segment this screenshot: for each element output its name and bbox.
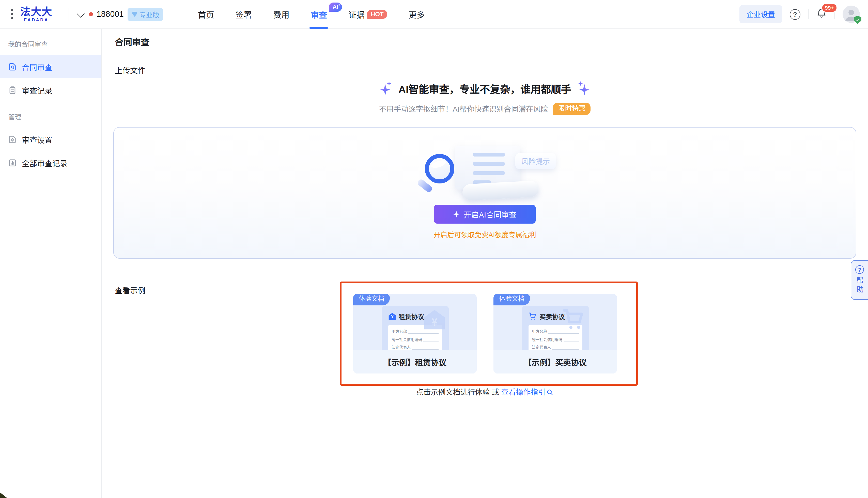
plan-badge-label: 专业版: [140, 9, 159, 19]
start-ai-review-button[interactable]: 开启AI合同审查: [434, 205, 536, 224]
nav-item-home[interactable]: 首页: [198, 0, 214, 29]
ai-badge: AI: [329, 2, 342, 11]
main-header: 合同审查: [102, 29, 868, 54]
topbar-right: 企业设置 ? 99+: [739, 5, 860, 23]
fadada-logo[interactable]: 法大大 FADADA: [20, 6, 52, 22]
page-title: 合同审查: [115, 35, 149, 48]
cta-note: 开启后可领取免费AI额度专属福利: [434, 229, 536, 239]
sidebar-item-all-review-records[interactable]: 全部审查记录: [0, 151, 101, 174]
sidebar-item-label: 审查设置: [22, 134, 52, 145]
logo-en: FADADA: [24, 18, 49, 22]
nav-item-sign[interactable]: 签署: [236, 0, 252, 29]
cta-label: 开启AI合同审查: [464, 209, 516, 220]
magnifier-icon: [425, 154, 454, 183]
risk-tooltip: 风险提示: [515, 153, 556, 169]
sparkle-icon: [380, 82, 391, 95]
examples-section-label: 查看示例: [115, 285, 145, 295]
example-cards: 体验文档 ¥ 租赁协议 ¥ 甲方名: [353, 294, 617, 374]
promo-badge: 限时特惠: [553, 102, 591, 115]
doc-gear-icon: [8, 135, 17, 144]
mini-document: ¥ 租赁协议 ¥ 甲方名称 统一社会信用编码 法定代表人 联系电话: [381, 306, 448, 350]
enterprise-settings-button[interactable]: 企业设置: [739, 5, 782, 23]
mini-document: 买卖协议 甲方名称 统一社会信用编码 法定代表人 联系电话: [522, 306, 589, 350]
trial-doc-badge: 体验文档: [494, 294, 530, 305]
magnifier-link-icon: [547, 389, 554, 397]
cart-watermark-icon: [562, 309, 586, 330]
hero-subline: 不用手动逐字抠细节！AI帮你快速识别合同潜在风险 限时特惠: [379, 102, 591, 115]
topbar-divider: [69, 8, 69, 21]
sidebar-item-label: 合同审查: [22, 61, 52, 72]
plan-badge: 专业版: [128, 8, 163, 21]
help-icon[interactable]: ?: [790, 9, 800, 19]
main-nav: 首页 签署 费用 审查 AI 证据 HOT 更多: [198, 0, 425, 29]
sidebar-item-label: 审查记录: [22, 84, 52, 95]
topbar-separator: [808, 9, 808, 19]
topbar: 法大大 FADADA 188001 专业版 首页 签署 费用 审查 AI 证据 …: [0, 0, 868, 29]
notifications-bell[interactable]: 99+: [816, 8, 827, 21]
sidebar-item-review-records[interactable]: 审查记录: [0, 78, 101, 102]
account-id[interactable]: 188001: [96, 10, 124, 19]
review-illustration: 风险提示: [414, 146, 556, 195]
sidebar-item-review-settings[interactable]: 审查设置: [0, 128, 101, 151]
upload-section-label: 上传文件: [115, 65, 145, 75]
card-title-strip: 【示例】买卖协议: [494, 350, 617, 374]
sidebar-item-contract-review[interactable]: 合同审查: [0, 55, 101, 78]
examples-hint: 点击示例文档进行体验 或 查看操作指引: [102, 386, 868, 397]
clipboard-icon: [8, 86, 17, 94]
trial-doc-badge: 体验文档: [353, 294, 390, 305]
verified-shield-icon: [854, 16, 862, 24]
floating-help-button[interactable]: ? 帮助: [851, 260, 868, 300]
user-avatar[interactable]: [843, 5, 860, 23]
card-title-strip: 【示例】租赁协议: [353, 350, 477, 374]
svg-text:¥: ¥: [431, 316, 437, 328]
hero-subtitle: 不用手动逐字抠细节！AI帮你快速识别合同潜在风险: [379, 103, 548, 114]
nav-item-fees[interactable]: 费用: [273, 0, 289, 29]
mini-doc-title: 租赁协议: [399, 312, 424, 321]
hint-text: 点击示例文档进行体验 或: [416, 388, 499, 396]
nav-item-review[interactable]: 审查 AI: [311, 0, 327, 29]
nav-item-more[interactable]: 更多: [409, 0, 425, 29]
hero-headline-row: AI智能审查，专业不复杂，谁用都顺手: [380, 81, 590, 96]
org-switch-chevron-down-icon[interactable]: [77, 10, 84, 17]
sparkle-icon: [578, 82, 590, 95]
sparkle-icon: [453, 211, 460, 218]
hero: AI智能审查，专业不复杂，谁用都顺手 不用手动逐字抠细节！AI帮你快速识别合同潜…: [102, 81, 868, 115]
question-icon: ?: [855, 265, 864, 274]
sidebar-section-manage: 管理: [0, 107, 101, 128]
card-title: 【示例】买卖协议: [524, 356, 587, 367]
house-yuan-icon: ¥: [388, 313, 396, 320]
active-nav-underline: [310, 27, 328, 29]
floating-help-label: 帮助: [856, 276, 863, 295]
sidebar-section-my-review: 我的合同审查: [0, 34, 101, 55]
example-card-sale[interactable]: 体验文档 买卖协议: [494, 294, 617, 374]
nav-item-evidence[interactable]: 证据 HOT: [348, 0, 387, 29]
notification-count-badge: 99+: [821, 3, 838, 12]
org-status-dot: [89, 12, 93, 16]
example-card-lease[interactable]: 体验文档 ¥ 租赁协议 ¥ 甲方名: [353, 294, 477, 374]
logo-cn: 法大大: [20, 6, 52, 17]
card-title: 【示例】租赁协议: [383, 356, 446, 367]
bar-chart-icon: [8, 158, 17, 167]
house-yuan-watermark-icon: ¥: [423, 309, 445, 330]
hero-headline: AI智能审查，专业不复杂，谁用都顺手: [398, 81, 571, 96]
operation-guide-link[interactable]: 查看操作指引: [501, 388, 554, 396]
doc-search-icon: [8, 62, 17, 71]
hot-badge: HOT: [367, 10, 387, 19]
sidebar-item-label: 全部审查记录: [22, 157, 68, 168]
mini-doc-title: 买卖协议: [539, 312, 565, 321]
app-root: 法大大 FADADA 188001 专业版 首页 签署 费用 审查 AI 证据 …: [0, 0, 868, 498]
diamond-icon: [132, 12, 137, 17]
cart-icon: [528, 313, 537, 320]
upload-dropzone[interactable]: 风险提示 开启AI合同审查 开启后可领取免费AI额度专属福利: [113, 127, 856, 259]
svg-text:¥: ¥: [391, 315, 393, 319]
app-menu-kebab-icon[interactable]: [11, 9, 13, 19]
sidebar: 我的合同审查 合同审查 审查记录 管理: [0, 29, 102, 498]
